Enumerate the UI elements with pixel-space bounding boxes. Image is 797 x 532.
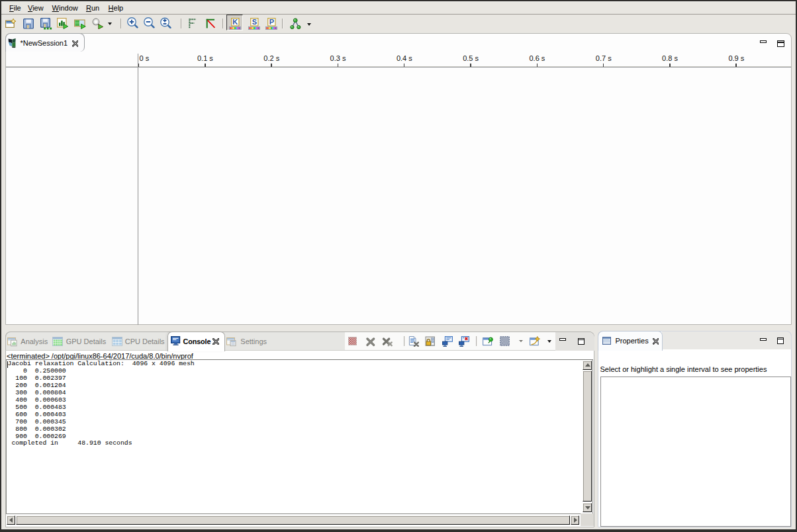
svg-text:K: K <box>233 18 238 26</box>
svg-text:S: S <box>252 18 256 26</box>
svg-text:P: P <box>269 18 274 26</box>
